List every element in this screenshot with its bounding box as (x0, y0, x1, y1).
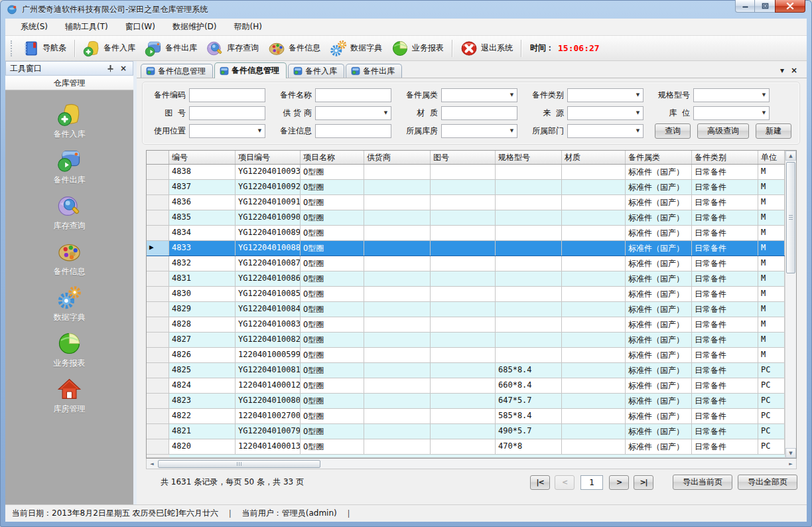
dropdown-select[interactable]: ▼ (315, 106, 391, 120)
row-selector-cell[interactable] (147, 363, 169, 378)
prev-page-button[interactable]: < (555, 475, 575, 490)
menu-item-4[interactable]: 帮助(H) (228, 19, 268, 35)
menu-item-2[interactable]: 窗口(W) (119, 19, 161, 35)
column-header-5[interactable]: 规格型号 (496, 151, 562, 164)
table-row[interactable]: 48221220401002700O型圈585*8.4标准件（国产）日常备件PC (147, 409, 785, 424)
row-selector-cell[interactable] (147, 210, 169, 225)
advanced-query-button[interactable]: 高级查询 (697, 123, 749, 139)
table-row[interactable]: 4830YG12204010085O型圈标准件（国产）日常备件M (147, 287, 785, 302)
toolbar-button-business-report[interactable]: 业务报表 (387, 37, 448, 60)
maximize-button[interactable] (755, 0, 775, 13)
query-button[interactable]: 查询 (655, 123, 691, 139)
horizontal-scroll-thumb[interactable] (158, 460, 320, 468)
text-input[interactable] (315, 88, 391, 102)
row-selector-cell[interactable] (147, 378, 169, 393)
text-input[interactable] (441, 106, 517, 120)
text-input[interactable] (315, 124, 391, 138)
toolbar-button-parts-inbound[interactable]: 备件入库 (78, 37, 140, 60)
tab-2[interactable]: 备件入库 (288, 64, 344, 78)
toolbar-button-parts-info[interactable]: 备件信息 (263, 37, 325, 60)
sidebar-group-header[interactable]: 仓库管理 (5, 76, 133, 90)
menu-item-1[interactable]: 辅助工具(T) (59, 19, 114, 35)
column-header-1[interactable]: 项目编号 (236, 151, 301, 164)
scroll-right-icon[interactable]: ► (785, 459, 796, 469)
toolbar-grip[interactable] (11, 40, 13, 56)
table-row[interactable]: 48261220401000599O型圈标准件（国产）日常备件M (147, 348, 785, 363)
table-row[interactable]: 4836YG12204010091O型圈标准件（国产）日常备件M (147, 195, 785, 210)
column-header-4[interactable]: 图号 (431, 151, 496, 164)
table-row[interactable]: 4823YG12204010080O型圈647*5.7标准件（国产）日常备件PC (147, 394, 785, 409)
page-number-input[interactable] (580, 475, 603, 490)
table-row[interactable]: 4821YG12204010079O型圈490*5.7标准件（国产）日常备件PC (147, 424, 785, 439)
row-selector-cell[interactable] (147, 394, 169, 408)
text-input[interactable] (189, 88, 265, 102)
scroll-up-icon[interactable]: ▲ (785, 151, 796, 161)
table-row[interactable]: 4825YG12204010081O型圈685*8.4标准件（国产）日常备件PC (147, 363, 785, 378)
table-row[interactable]: 4832YG12204010087O型圈标准件（国产）日常备件M (147, 256, 785, 271)
row-selector-cell[interactable] (147, 195, 169, 210)
row-selector-cell[interactable] (147, 287, 169, 301)
pin-icon[interactable] (105, 63, 115, 74)
row-selector-cell[interactable] (147, 256, 169, 271)
tab-list-dropdown-icon[interactable]: ▾ (780, 66, 784, 75)
row-selector-cell[interactable] (147, 271, 169, 286)
column-header-6[interactable]: 材质 (562, 151, 626, 164)
last-page-button[interactable]: >| (634, 475, 653, 490)
next-page-button[interactable]: > (609, 475, 629, 490)
vertical-scroll-track[interactable] (785, 161, 796, 448)
dropdown-select[interactable]: ▼ (567, 106, 643, 120)
table-row[interactable]: 48241220401400012O型圈660*8.4标准件（国产）日常备件PC (147, 378, 785, 394)
sidebar-item-parts-info[interactable]: 备件信息 (5, 236, 133, 281)
export-current-page-button[interactable]: 导出当前页 (673, 475, 732, 490)
dropdown-select[interactable]: ▼ (567, 88, 643, 102)
sidebar-item-parts-outbound[interactable]: 备件出库 (5, 144, 133, 190)
new-button[interactable]: 新建 (756, 123, 791, 139)
first-page-button[interactable]: |< (530, 475, 550, 490)
table-row[interactable]: 4837YG12204010092O型圈标准件（国产）日常备件M (147, 180, 785, 195)
column-header-9[interactable]: 单位 (758, 151, 785, 164)
toolbar-button-parts-outbound[interactable]: 备件出库 (140, 37, 202, 60)
row-selector-cell[interactable] (147, 165, 169, 179)
scroll-down-icon[interactable]: ▼ (785, 448, 796, 458)
table-row[interactable]: 4835YG12204010090O型圈标准件（国产）日常备件M (147, 210, 785, 226)
tab-1-active[interactable]: 备件信息管理 (214, 62, 287, 78)
row-selector-cell[interactable] (147, 424, 169, 439)
column-header-0[interactable]: 编号 (169, 151, 236, 164)
horizontal-scrollbar[interactable]: ◄ ► (146, 459, 797, 469)
vertical-scrollbar[interactable]: ▲ ▼ (785, 151, 796, 458)
dropdown-select[interactable]: ▼ (567, 124, 643, 138)
table-row[interactable]: 4827YG12204010082O型圈标准件（国产）日常备件M (147, 333, 785, 348)
row-selector-cell[interactable] (147, 302, 169, 317)
row-selector-cell[interactable] (147, 180, 169, 194)
table-row[interactable]: 4829YG12204010084O型圈标准件（国产）日常备件M (147, 302, 785, 317)
row-selector-cell[interactable] (147, 348, 169, 362)
sidebar-item-data-dictionary[interactable]: 数据字典 (5, 281, 133, 327)
sidebar-item-parts-inbound[interactable]: 备件入库 (5, 98, 133, 144)
dropdown-select[interactable]: ▼ (693, 106, 770, 120)
text-input[interactable] (189, 106, 265, 120)
dropdown-select[interactable]: ▼ (441, 124, 517, 138)
table-row[interactable]: 48201220401400013O型圈470*8标准件（国产）日常备件PC (147, 439, 785, 455)
row-selector-cell[interactable] (147, 409, 169, 423)
toolbar-button-data-dictionary[interactable]: 数据字典 (325, 37, 387, 60)
table-row[interactable]: 4838YG12204010093O型圈标准件（国产）日常备件M (147, 165, 785, 180)
toolbar-button-navbar[interactable]: 导航条 (17, 37, 71, 60)
minimize-button[interactable] (735, 0, 755, 13)
dropdown-select[interactable]: ▼ (441, 88, 517, 102)
scroll-left-icon[interactable]: ◄ (147, 459, 157, 469)
column-header-8[interactable]: 备件类别 (692, 151, 758, 164)
sidebar-item-warehouse-manage[interactable]: 库房管理 (5, 373, 133, 419)
tab-3[interactable]: 备件出库 (346, 64, 402, 78)
toolbar-button-exit-system[interactable]: 退出系统 (456, 37, 517, 60)
table-row[interactable]: 4831YG12204010086O型圈标准件（国产）日常备件M (147, 271, 785, 287)
title-bar[interactable]: 广州爱奇迪软件科技有限公司-深田之星仓库管理系统 (0, 0, 812, 19)
row-selector-cell[interactable] (147, 317, 169, 332)
sidebar-item-business-report[interactable]: 业务报表 (5, 327, 133, 373)
menu-item-3[interactable]: 数据维护(D) (167, 19, 223, 35)
sidebar-item-stock-query[interactable]: 库存查询 (5, 190, 133, 236)
column-header-3[interactable]: 供货商 (364, 151, 431, 164)
menu-item-0[interactable]: 系统(S) (15, 19, 54, 35)
row-selector-cell[interactable] (147, 439, 169, 454)
table-row[interactable]: ▶4833YG12204010088O型圈标准件（国产）日常备件M (147, 241, 785, 256)
row-selector-cell[interactable] (147, 333, 169, 347)
